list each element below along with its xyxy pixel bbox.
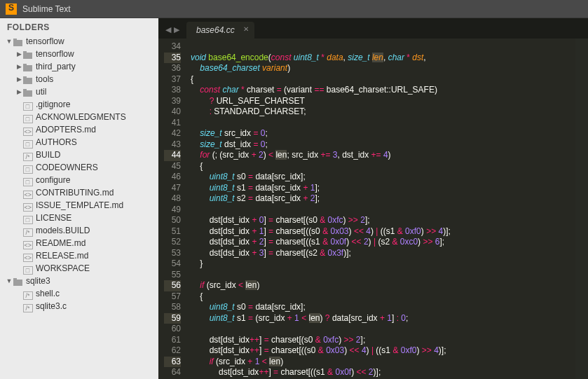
line-number: 64 [164,367,181,378]
code-line[interactable]: void base64_encode(const uint8_t * data,… [191,53,451,64]
file-icon: <> [23,128,33,136]
file-models.BUILD[interactable]: /*models.BUILD [0,224,158,237]
line-number: 44 [164,150,181,161]
code-line[interactable] [191,205,451,216]
file-ACKNOWLEDGMENTS[interactable]: □ACKNOWLEDGMENTS [0,111,158,123]
line-number: 46 [164,172,181,183]
app-icon [6,4,17,15]
tab-base64[interactable]: base64.cc ✕ [186,22,254,39]
code-line[interactable]: base64_charset variant) [191,63,451,74]
code-line[interactable]: { [191,74,451,85]
file-WORKSPACE[interactable]: □WORKSPACE [0,262,158,275]
file-icon: □ [23,266,33,275]
line-number: 45 [164,161,181,172]
folders-header: FOLDERS [0,18,158,35]
line-number: 52 [164,237,181,248]
file-icon: □ [23,102,33,111]
code-line[interactable]: dst[dst_idx++] = charset[((s0 & 0x03) <<… [191,345,451,357]
file-icon: □ [23,178,33,186]
file-icon: □ [23,115,33,123]
code-line[interactable]: dst[dst_idx++] = charset[((s1 & 0x0f) <<… [191,367,451,378]
line-number: 50 [164,215,181,226]
chevron-right-icon: ▶ [15,73,22,85]
file-README.md[interactable]: <>README.md [0,237,158,249]
code-line[interactable]: uint8_t s2 = data[src_idx + 2]; [191,193,451,205]
close-icon[interactable]: ✕ [243,25,249,33]
line-number: 51 [164,226,181,237]
code-line[interactable]: uint8_t s0 = data[src_idx]; [191,172,451,183]
line-number: 61 [164,335,181,346]
code-line[interactable]: dst[dst_idx++] = charset[(s0 & 0xfc) >> … [191,335,451,346]
chevron-right-icon: ▶ [15,60,22,73]
file-icon: <> [23,191,33,199]
file-icon: /* [23,304,33,312]
line-number: 62 [164,345,181,357]
code-line[interactable]: dst[dst_idx + 0] = charset[(s0 & 0xfc) >… [191,215,451,226]
file-BUILD[interactable]: /*BUILD [0,149,158,161]
code-line[interactable]: if (src_idx + 1 < len) [191,357,451,368]
title-bar: Sublime Text [0,0,588,18]
line-number: 59 [164,313,181,324]
file-CODEOWNERS[interactable]: □CODEOWNERS [0,161,158,174]
line-number: 41 [164,118,181,129]
folder-tensorflow[interactable]: ▶tensorflow [0,48,158,60]
line-number: 37 [164,74,181,85]
code-line[interactable]: const char * charset = (variant == base6… [191,85,451,96]
tab-bar: ◀ ▶ base64.cc ✕ [158,18,588,39]
code-line[interactable]: size_t src_idx = 0; [191,128,451,139]
code-line[interactable]: : STANDARD_CHARSET; [191,106,451,118]
file-ISSUE_TEMPLATE.md[interactable]: <>ISSUE_TEMPLATE.md [0,199,158,212]
file-icon: /* [23,153,33,161]
code-text[interactable]: void base64_encode(const uint8_t * data,… [186,39,451,379]
code-line[interactable]: dst[dst_idx + 1] = charset[((s0 & 0x03) … [191,226,451,237]
file-CONTRIBUTING.md[interactable]: <>CONTRIBUTING.md [0,186,158,199]
folder-tools[interactable]: ▶tools [0,73,158,85]
folder-tensorflow[interactable]: ▼tensorflow [0,35,158,48]
code-line[interactable]: for (; (src_idx + 2) < len; src_idx += 3… [191,150,451,161]
file-AUTHORS[interactable]: □AUTHORS [0,136,158,149]
file-sqlite3.c[interactable]: /*sqlite3.c [0,300,158,312]
chevron-down-icon: ▼ [6,35,13,48]
code-line[interactable]: { [191,161,451,172]
code-line[interactable]: if (src_idx < len) [191,280,451,291]
file-shell.c[interactable]: /*shell.c [0,287,158,300]
file-icon: /* [23,228,33,237]
line-number: 60 [164,324,181,335]
code-line[interactable]: dst[dst_idx + 2] = charset[((s1 & 0x0f) … [191,237,451,248]
file-RELEASE.md[interactable]: <>RELEASE.md [0,249,158,262]
code-line[interactable]: } [191,259,451,270]
chevron-down-icon: ▼ [6,275,13,287]
code-line[interactable] [191,118,451,129]
file-icon: □ [23,140,33,149]
line-number: 58 [164,302,181,313]
folder-sqlite3[interactable]: ▼sqlite3 [0,275,158,287]
file-icon: /* [23,291,33,300]
folder-util[interactable]: ▶util [0,85,158,98]
file-ADOPTERS.md[interactable]: <>ADOPTERS.md [0,123,158,136]
code-line[interactable] [191,270,451,281]
app-title: Sublime Text [22,4,70,14]
line-number: 49 [164,205,181,216]
code-line[interactable]: ? URL_SAFE_CHARSET [191,96,451,107]
minimap[interactable] [575,39,588,379]
file-.gitignore[interactable]: □.gitignore [0,98,158,111]
nav-back-icon[interactable]: ◀ [165,25,171,34]
file-icon: <> [23,203,33,212]
code-line[interactable]: uint8_t s0 = data[src_idx]; [191,302,451,313]
code-line[interactable] [191,324,451,335]
code-line[interactable]: { [191,291,451,303]
file-configure[interactable]: □configure [0,174,158,186]
line-number: 63 [164,357,181,368]
nav-forward-icon[interactable]: ▶ [174,25,179,34]
code-area[interactable]: 3435363738394041424344454647484950515253… [158,39,588,379]
editor-pane: ◀ ▶ base64.cc ✕ 343536373839404142434445… [158,18,588,379]
file-LICENSE[interactable]: □LICENSE [0,212,158,224]
code-line[interactable] [191,41,451,53]
folder-third_party[interactable]: ▶third_party [0,60,158,73]
code-line[interactable]: size_t dst_idx = 0; [191,139,451,151]
code-line[interactable]: uint8_t s1 = data[src_idx + 1]; [191,183,451,194]
code-line[interactable]: uint8_t s1 = (src_idx + 1 < len) ? data[… [191,313,451,324]
code-line[interactable]: dst[dst_idx + 3] = charset[(s2 & 0x3f)]; [191,248,451,259]
chevron-right-icon: ▶ [15,48,22,60]
line-number: 48 [164,193,181,205]
